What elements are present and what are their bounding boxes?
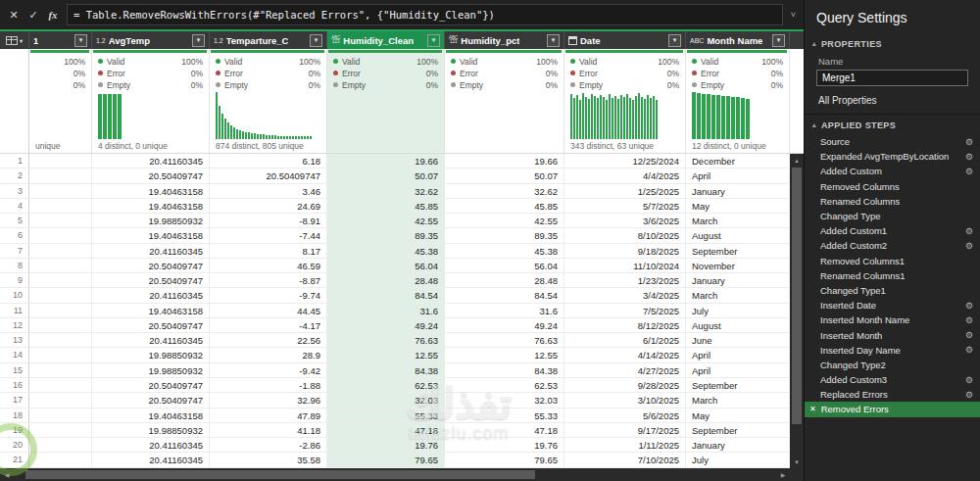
filter-dropdown-icon[interactable]: ▼ — [547, 34, 560, 47]
formula-input[interactable]: = Table.RemoveRowsWithErrors(#"Replaced … — [67, 4, 783, 25]
cell[interactable]: 31.6 — [445, 304, 564, 317]
cell[interactable]: April — [686, 348, 790, 361]
cell[interactable]: 12/25/2024 — [564, 154, 686, 168]
row-number[interactable]: 4 — [0, 199, 29, 213]
scroll-up-arrow-icon[interactable]: ▲ — [790, 154, 804, 167]
row-number[interactable]: 14 — [0, 348, 29, 361]
cell[interactable]: 19.40463158 — [92, 304, 210, 317]
cell[interactable]: 8.17 — [210, 244, 327, 258]
cell[interactable] — [29, 438, 92, 452]
row-number[interactable]: 10 — [0, 288, 29, 302]
cell[interactable]: 19.40463158 — [92, 409, 210, 422]
filter-dropdown-icon[interactable]: ▼ — [74, 34, 87, 47]
cell[interactable] — [29, 318, 92, 332]
applied-step-removed-columns[interactable]: Removed Columns — [805, 179, 980, 194]
cell[interactable]: 50.07 — [327, 168, 445, 182]
row-number[interactable]: 20 — [0, 438, 29, 452]
step-settings-gear-icon[interactable]: ⚙ — [965, 241, 973, 251]
cell[interactable]: 19.40463158 — [92, 228, 210, 242]
cell[interactable] — [29, 244, 92, 258]
applied-step-added-custom2[interactable]: Added Custom2⚙ — [805, 238, 980, 253]
cell[interactable]: August — [686, 318, 790, 332]
cell[interactable]: 19.66 — [327, 154, 445, 168]
cell[interactable]: 20.41160345 — [92, 453, 210, 466]
row-number[interactable]: 5 — [0, 214, 29, 227]
cell[interactable] — [29, 378, 92, 392]
cell[interactable] — [29, 423, 92, 437]
applied-step-changed-type2[interactable]: Changed Type2 — [805, 358, 980, 372]
cell[interactable] — [29, 228, 92, 242]
cell[interactable]: 28.48 — [327, 273, 445, 287]
delete-step-icon[interactable]: ✕ — [809, 405, 816, 413]
properties-section-header[interactable]: ▴ PROPERTIES — [805, 35, 980, 53]
cell[interactable]: 12.55 — [327, 348, 445, 361]
cell[interactable]: 7/10/2025 — [564, 453, 686, 466]
cell[interactable]: 1/25/2025 — [564, 184, 686, 198]
cell[interactable] — [29, 259, 92, 272]
cell[interactable]: 56.04 — [327, 259, 445, 272]
cell[interactable]: 20.50409747 — [210, 168, 327, 182]
cell[interactable]: 9/17/2025 — [564, 423, 686, 437]
cell[interactable]: 20.50409747 — [92, 318, 210, 332]
applied-step-changed-type[interactable]: Changed Type — [805, 209, 980, 223]
cell[interactable]: 89.35 — [445, 228, 564, 242]
cell[interactable]: 55.33 — [445, 409, 564, 422]
cell[interactable]: March — [686, 214, 790, 227]
cell[interactable]: 89.35 — [327, 228, 445, 242]
cell[interactable]: -8.87 — [210, 273, 327, 287]
cell[interactable]: 62.53 — [445, 378, 564, 392]
cell[interactable]: 76.63 — [445, 333, 564, 347]
cell[interactable]: 45.38 — [327, 244, 445, 258]
applied-step-expanded-avgtempbylocation[interactable]: Expanded AvgTempByLocation⚙ — [805, 149, 980, 164]
cell[interactable]: 31.6 — [327, 304, 445, 317]
cell[interactable]: 9/28/2025 — [564, 378, 686, 392]
cell[interactable]: 20.50409747 — [92, 259, 210, 272]
cell[interactable]: 20.50409747 — [92, 378, 210, 392]
cell[interactable]: 41.18 — [210, 423, 327, 437]
cell[interactable]: -9.42 — [210, 363, 327, 377]
cell[interactable]: September — [686, 244, 790, 258]
cell[interactable]: 42.55 — [327, 214, 445, 227]
cell[interactable]: 49.24 — [327, 318, 445, 332]
row-number[interactable]: 9 — [0, 273, 29, 287]
all-properties-link[interactable]: All Properties — [805, 90, 980, 114]
query-name-input[interactable]: Merge1 — [816, 70, 968, 86]
cell[interactable]: November — [686, 259, 790, 272]
cell[interactable]: January — [686, 438, 790, 452]
step-settings-gear-icon[interactable]: ⚙ — [965, 167, 973, 176]
select-all-corner-button[interactable]: ▾ — [0, 31, 29, 49]
applied-step-inserted-day-name[interactable]: Inserted Day Name⚙ — [805, 343, 980, 358]
cell[interactable] — [29, 348, 92, 361]
applied-step-added-custom3[interactable]: Added Custom3⚙ — [805, 372, 980, 387]
cell[interactable]: 56.04 — [445, 259, 564, 272]
cell[interactable]: 4/27/2025 — [564, 363, 686, 377]
column-header-humidity-pct[interactable]: ABC123Humidity_pct▼ — [445, 31, 564, 49]
horizontal-scroll-thumb[interactable] — [25, 470, 535, 479]
cell[interactable]: -1.88 — [210, 378, 327, 392]
cell[interactable]: 4/14/2025 — [564, 348, 686, 361]
applied-step-replaced-errors[interactable]: Replaced Errors⚙ — [805, 387, 980, 402]
cell[interactable]: 3/10/2025 — [564, 393, 686, 407]
scroll-right-arrow-icon[interactable]: ▶ — [776, 468, 790, 481]
cell[interactable]: 8/12/2025 — [564, 318, 686, 332]
applied-step-added-custom[interactable]: Added Custom⚙ — [805, 164, 980, 178]
horizontal-scrollbar[interactable]: ◀ ▶ — [0, 468, 790, 481]
vertical-scrollbar[interactable]: ▲ ▼ — [790, 154, 804, 468]
cell[interactable]: 45.85 — [445, 199, 564, 213]
cell[interactable]: May — [686, 409, 790, 422]
cell[interactable]: 6.18 — [210, 154, 327, 168]
vertical-scroll-thumb[interactable] — [792, 168, 802, 424]
cell[interactable]: 45.85 — [327, 199, 445, 213]
cell[interactable]: 19.98850932 — [92, 348, 210, 361]
column-header-avgtemp[interactable]: 1.2AvgTemp▼ — [92, 31, 210, 49]
cell[interactable]: 32.03 — [445, 393, 564, 407]
cell[interactable]: 5/6/2025 — [564, 409, 686, 422]
cell[interactable] — [29, 273, 92, 287]
cell[interactable]: 50.07 — [445, 168, 564, 182]
row-number[interactable]: 6 — [0, 228, 29, 242]
applied-step-removed-errors[interactable]: ✕Removed Errors — [805, 402, 980, 416]
cell[interactable]: 28.9 — [210, 348, 327, 361]
cell[interactable]: -4.17 — [210, 318, 327, 332]
row-number[interactable]: 3 — [0, 184, 29, 198]
cell[interactable]: 44.45 — [210, 304, 327, 317]
